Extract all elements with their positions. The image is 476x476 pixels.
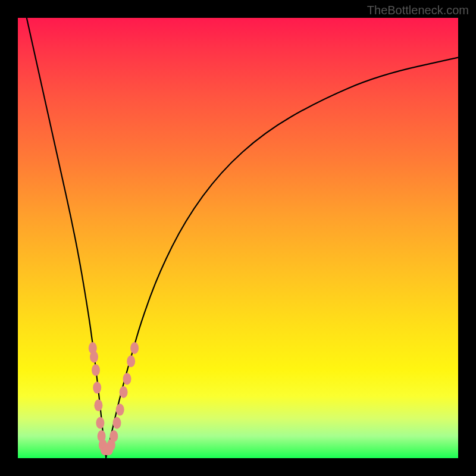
marker-point bbox=[120, 386, 128, 398]
curve-right-curve bbox=[106, 58, 458, 458]
plot-area bbox=[18, 18, 458, 458]
marker-point bbox=[90, 351, 98, 363]
curve-left-curve bbox=[27, 18, 106, 458]
marker-point bbox=[113, 417, 121, 429]
marker-point bbox=[109, 430, 118, 442]
marker-point bbox=[96, 417, 104, 429]
watermark-text: TheBottleneck.com bbox=[367, 4, 469, 17]
marker-point bbox=[116, 404, 124, 416]
marker-point bbox=[130, 342, 139, 354]
marker-point bbox=[94, 399, 102, 411]
marker-point bbox=[92, 364, 100, 376]
marker-point bbox=[127, 355, 135, 367]
marker-point bbox=[93, 382, 101, 394]
chart-svg bbox=[18, 18, 458, 458]
chart-frame: TheBottleneck.com bbox=[0, 0, 476, 476]
marker-point bbox=[123, 373, 131, 385]
